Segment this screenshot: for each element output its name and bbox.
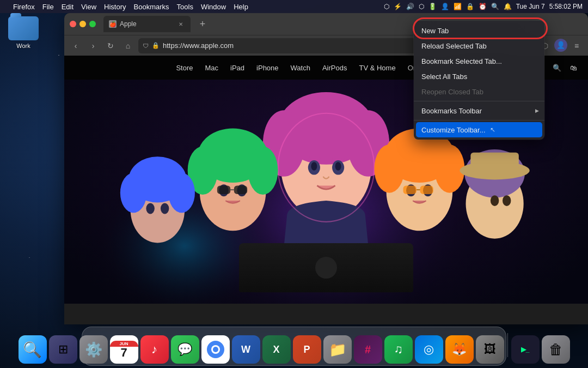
volume-icon: 🔊 <box>406 3 414 10</box>
maximize-button[interactable] <box>89 21 96 27</box>
context-menu-sep-1 <box>414 101 544 101</box>
nav-store[interactable]: Store <box>176 64 193 72</box>
minimize-button[interactable] <box>79 21 86 27</box>
svg-point-30 <box>434 144 464 192</box>
clock-icon: ⏰ <box>479 3 487 10</box>
nav-iphone[interactable]: iPhone <box>256 64 278 72</box>
profile-button[interactable]: 👤 <box>554 39 567 52</box>
context-menu-reopen: Reopen Closed Tab <box>414 84 544 99</box>
context-menu-sep-2 <box>414 120 544 120</box>
svg-rect-33 <box>403 185 416 194</box>
dock-item-music[interactable]: ♪ <box>140 335 169 364</box>
menubar-tools[interactable]: Tools <box>177 3 193 11</box>
menubar-edit[interactable]: Edit <box>62 3 74 11</box>
context-menu-new-tab[interactable]: New Tab <box>414 23 544 38</box>
dock-item-iterm[interactable]: ▶_ <box>511 335 540 364</box>
laptop-bottom <box>239 243 413 292</box>
battery-icon: ⚡ <box>394 3 402 10</box>
svg-point-24 <box>168 173 195 213</box>
context-menu-customize-toolbar[interactable]: Customize Toolbar... ↖ <box>416 122 542 137</box>
dock-item-system-prefs[interactable]: ⚙️ <box>79 335 108 364</box>
menubar: Firefox File Edit View History Bookmarks… <box>0 0 588 13</box>
dock-item-slack[interactable]: # <box>354 335 382 364</box>
menubar-window[interactable]: Window <box>201 3 226 11</box>
dock-item-trash[interactable]: 🗑 <box>542 335 570 364</box>
dock-item-preview[interactable]: 🖼 <box>476 335 504 364</box>
context-menu-bookmarks-toolbar[interactable]: Bookmarks Toolbar <box>414 103 544 118</box>
folder-label: Work <box>16 43 30 49</box>
context-menu: New Tab Reload Selected Tab Bookmark Sel… <box>414 21 544 140</box>
close-button[interactable] <box>70 21 76 27</box>
context-menu-reload[interactable]: Reload Selected Tab <box>414 38 544 53</box>
desktop-folder-work[interactable]: Work <box>8 16 39 49</box>
folder-icon <box>8 16 39 40</box>
svg-point-15 <box>248 147 278 195</box>
dropbox-icon: ⬡ <box>384 3 389 10</box>
date-time: Tue Jun 7 <box>516 3 545 10</box>
svg-point-40 <box>491 195 499 206</box>
svg-point-26 <box>161 203 169 214</box>
search-icon[interactable]: 🔍 <box>491 3 499 10</box>
cursor-indicator: ↖ <box>490 126 495 134</box>
dock-item-firefox[interactable]: 🦊 <box>445 335 474 364</box>
new-tab-button[interactable]: + <box>195 16 210 32</box>
dock-item-launchpad[interactable]: ⊞ <box>49 335 77 364</box>
dock-separator <box>507 333 508 357</box>
dock-item-excel[interactable]: X <box>262 335 291 364</box>
context-menu-select-all[interactable]: Select All Tabs <box>414 69 544 84</box>
nav-mac[interactable]: Mac <box>205 64 218 72</box>
menubar-bookmarks[interactable]: Bookmarks <box>134 3 169 11</box>
wifi-icon: 📶 <box>454 3 462 10</box>
menubar-history[interactable]: History <box>104 3 126 11</box>
battery-percent-icon: 🔋 <box>428 3 437 10</box>
dock: 🔍 ⊞ ⚙️ JUN 7 ♪ 💬 W X P 📁 # ♫ ◎ 🦊 🖼 ▶_ 🗑 <box>0 327 588 366</box>
apple-nav-right: 🔍 🛍 <box>553 64 577 72</box>
dock-item-finder[interactable]: 🔍 <box>19 335 47 364</box>
svg-point-41 <box>503 195 511 206</box>
apple-nav-links: Store Mac iPad iPhone Watch AirPods TV &… <box>176 64 451 72</box>
shield-icon: 🛡 <box>143 43 149 49</box>
nav-airpods[interactable]: AirPods <box>322 64 347 72</box>
laptop-apple-logo <box>315 257 337 279</box>
dock-item-spotify[interactable]: ♫ <box>384 335 413 364</box>
notification-icon[interactable]: 🔔 <box>504 3 512 10</box>
nav-tv-home[interactable]: TV & Home <box>359 64 395 72</box>
desktop: Firefox File Edit View History Bookmarks… <box>0 0 588 368</box>
tab-title: Apple <box>120 20 137 28</box>
context-menu-bookmark[interactable]: Bookmark Selected Tab... <box>414 53 544 69</box>
traffic-lights <box>70 21 96 27</box>
url-text[interactable]: https://www.apple.com <box>163 41 234 50</box>
dock-item-files[interactable]: 📁 <box>323 335 352 364</box>
menu-button[interactable]: ≡ <box>569 39 584 53</box>
dock-item-chrome[interactable] <box>201 335 230 364</box>
svg-point-9 <box>311 162 317 170</box>
nav-bag-icon[interactable]: 🛍 <box>570 64 577 72</box>
nav-ipad[interactable]: iPad <box>230 64 244 72</box>
dock-item-powerpoint[interactable]: P <box>293 335 321 364</box>
menubar-app-name[interactable]: Firefox <box>13 3 35 11</box>
svg-rect-19 <box>234 185 247 194</box>
dock-item-word[interactable]: W <box>232 335 260 364</box>
dock-item-calendar[interactable]: JUN 7 <box>110 335 138 364</box>
menubar-view[interactable]: View <box>81 3 96 11</box>
reload-button[interactable]: ↻ <box>103 39 118 53</box>
time: 5:58:02 PM <box>549 3 583 10</box>
home-button[interactable]: ⌂ <box>121 39 135 53</box>
svg-point-10 <box>335 162 341 170</box>
back-button[interactable]: ‹ <box>69 39 83 53</box>
menubar-left: Firefox File Edit View History Bookmarks… <box>5 3 248 11</box>
tab-close-button[interactable]: ✕ <box>176 20 185 28</box>
nav-watch[interactable]: Watch <box>291 64 310 72</box>
menubar-help[interactable]: Help <box>234 3 248 11</box>
forward-button[interactable]: › <box>86 39 100 53</box>
menubar-right: ⬡ ⚡ 🔊 ⬡ 🔋 👤 📶 🔒 ⏰ 🔍 🔔 Tue Jun 7 5:58:02 … <box>384 3 583 10</box>
svg-point-29 <box>374 144 404 192</box>
bluetooth-icon: ⬡ <box>419 3 424 10</box>
svg-point-47 <box>213 347 218 352</box>
lock-icon: 🔒 <box>152 42 160 49</box>
dock-item-messages[interactable]: 💬 <box>171 335 199 364</box>
menubar-file[interactable]: File <box>42 3 54 11</box>
nav-search-icon[interactable]: 🔍 <box>553 64 561 72</box>
dock-item-safari[interactable]: ◎ <box>415 335 443 364</box>
browser-tab-apple[interactable]: 🍎 Apple ✕ <box>103 16 191 32</box>
